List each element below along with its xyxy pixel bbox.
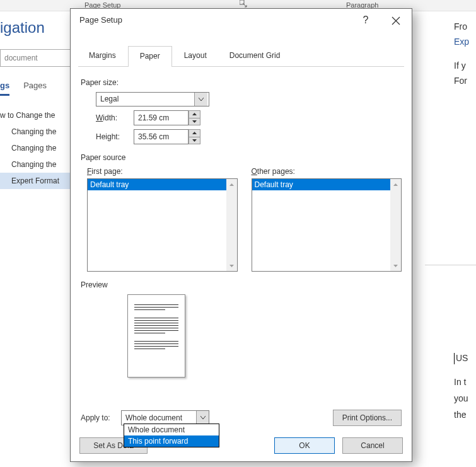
scrollbar[interactable]: [226, 179, 237, 271]
width-value[interactable]: 21.59 cm: [134, 111, 189, 125]
document-text-fragment: Fro Exp If y For: [454, 19, 476, 88]
list-item[interactable]: Default tray: [88, 179, 226, 190]
dialog-title: Page Setup: [79, 15, 122, 25]
tab-layout[interactable]: Layout: [173, 45, 218, 66]
width-label: Width:: [96, 113, 134, 122]
first-page-label: First page:: [87, 167, 238, 176]
list-item[interactable]: Default tray: [252, 179, 391, 190]
tab-headings[interactable]: gs: [0, 81, 9, 96]
help-button[interactable]: ?: [356, 14, 375, 28]
dialog-tabs: Margins Paper Layout Document Grid: [78, 45, 404, 67]
other-pages-listbox[interactable]: Default tray: [252, 178, 402, 272]
preview-label: Preview: [81, 280, 402, 289]
dropdown-option-whole[interactable]: Whole document: [124, 424, 219, 435]
paper-size-label: Paper size:: [81, 78, 402, 87]
paper-source-label: Paper source: [81, 153, 402, 162]
height-spinner[interactable]: 35.56 cm: [134, 129, 200, 144]
scroll-down-icon[interactable]: [226, 260, 237, 271]
dropdown-option-forward[interactable]: This point forward: [124, 435, 219, 447]
tab-margins[interactable]: Margins: [78, 45, 127, 66]
ok-button[interactable]: OK: [274, 437, 335, 454]
spin-down-icon[interactable]: [189, 137, 200, 145]
navigation-pane-title: igation: [0, 19, 45, 37]
print-options-button[interactable]: Print Options...: [333, 410, 402, 426]
close-icon: [392, 16, 400, 25]
apply-to-dropdown[interactable]: Whole document This point forward: [124, 424, 219, 447]
first-page-listbox[interactable]: Default tray: [87, 178, 238, 272]
navigation-tabs: gs Pages: [0, 81, 47, 96]
apply-to-value: Whole document: [122, 411, 196, 425]
height-label: Height:: [96, 132, 134, 141]
dialog-titlebar: Page Setup ?: [71, 9, 412, 33]
tab-pages[interactable]: Pages: [23, 81, 47, 96]
document-text-fragment: US In t you the: [454, 350, 476, 423]
cancel-button[interactable]: Cancel: [342, 437, 403, 454]
chevron-down-icon[interactable]: [195, 93, 207, 106]
width-spinner[interactable]: 21.59 cm: [134, 110, 200, 125]
text-cursor: [454, 353, 455, 364]
page-setup-dialog: Page Setup ? Margins Paper Layout Docume…: [70, 8, 412, 462]
section-divider: [425, 265, 476, 265]
chevron-down-icon[interactable]: [196, 411, 209, 425]
preview-page-icon: [127, 294, 185, 378]
tab-paper[interactable]: Paper: [128, 46, 172, 67]
scroll-up-icon[interactable]: [226, 179, 237, 190]
spin-down-icon[interactable]: [189, 118, 200, 126]
height-value[interactable]: 35.56 cm: [134, 130, 189, 144]
tab-document-grid[interactable]: Document Grid: [219, 45, 291, 66]
other-pages-label: Other pages:: [252, 167, 402, 176]
scroll-up-icon[interactable]: [390, 179, 401, 190]
close-button[interactable]: [386, 13, 405, 29]
apply-to-label: Apply to:: [81, 413, 121, 422]
paper-size-value: Legal: [96, 93, 195, 106]
scrollbar[interactable]: [390, 179, 401, 271]
paper-size-combo[interactable]: Legal: [96, 92, 209, 107]
scroll-down-icon[interactable]: [390, 260, 401, 271]
